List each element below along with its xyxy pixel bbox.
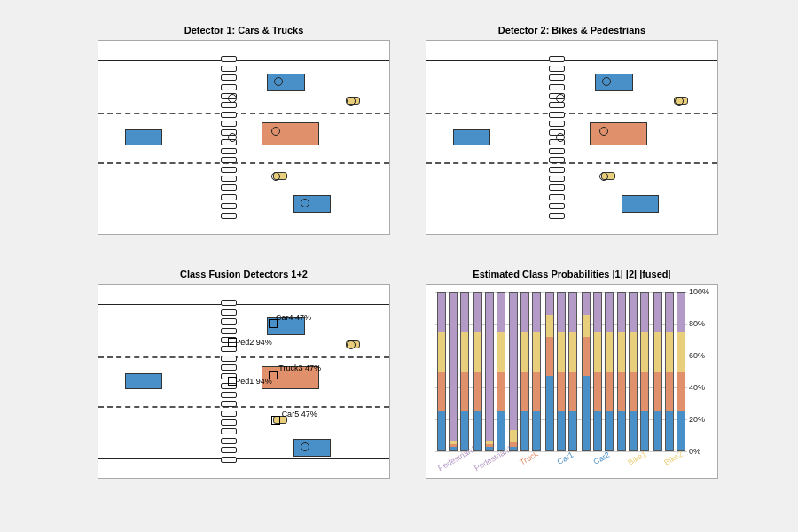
vehicle-bike: [346, 97, 360, 105]
vehicle-car: [125, 129, 163, 145]
bar-segment: [558, 372, 565, 411]
bar-segment: [654, 372, 661, 411]
bar-segment: [474, 293, 481, 332]
bar: [545, 292, 554, 451]
bar-segment: [558, 411, 565, 451]
axes-title: Estimated Class Probabilities |1| |2| |f…: [426, 269, 717, 279]
vehicle-bike: [674, 97, 688, 105]
ytick-label: 40%: [689, 383, 714, 392]
bar-segment: [677, 411, 685, 451]
bar-segment: [666, 372, 673, 411]
bar-segment: [654, 293, 661, 332]
fusion-label: Ped1 94%: [235, 377, 272, 386]
bar-segment: [641, 332, 648, 372]
bar: [473, 292, 482, 451]
bar: [640, 292, 649, 451]
vehicle-car: [595, 74, 633, 91]
bar-segment: [474, 372, 481, 411]
vehicle-bike: [346, 340, 360, 348]
bar-segment: [533, 332, 540, 372]
bar: [437, 292, 446, 451]
bar-segment: [450, 447, 457, 450]
bar: [520, 292, 529, 451]
bar-plot-area: 0%20%40%60%80%100% Pedestrian1Pedestrian…: [435, 292, 687, 451]
bar-segment: [666, 332, 673, 372]
bar-segment: [630, 372, 637, 411]
bar-segment: [438, 372, 445, 411]
bar-group: Car1: [544, 292, 580, 451]
bar-segment: [630, 332, 637, 372]
bar-segment: [521, 411, 528, 451]
bar-segment: [618, 293, 625, 332]
ytick-label: 0%: [689, 447, 714, 456]
bar-segment: [594, 332, 601, 372]
bar-segment: [618, 411, 625, 451]
fusion-marker-icon: [271, 416, 280, 425]
bar-segment: [461, 293, 468, 332]
bar-segment: [569, 293, 576, 332]
bar-segment: [438, 293, 445, 332]
bar: [582, 292, 591, 451]
vehicle-bike: [273, 172, 287, 180]
xtick-label: Car1: [556, 450, 575, 466]
bar-segment: [558, 293, 565, 332]
axes-title: Detector 2: Bikes & Pedestrians: [426, 25, 717, 35]
bar: [665, 292, 674, 451]
bar-segment: [461, 332, 468, 372]
bar: [629, 292, 638, 451]
bar-segment: [521, 293, 528, 332]
bar-segment: [461, 411, 468, 451]
bar-segment: [594, 372, 601, 411]
bar-segment: [450, 293, 457, 441]
bar-segment: [533, 411, 540, 451]
bar: [532, 292, 541, 451]
axes-class-probs: Estimated Class Probabilities |1| |2| |f…: [426, 284, 718, 479]
ytick-label: 20%: [689, 415, 714, 424]
bar-segment: [474, 332, 481, 372]
fusion-label: Car4 47%: [276, 313, 311, 322]
bar: [568, 292, 577, 451]
ytick-label: 80%: [689, 319, 714, 328]
bar-segment: [583, 315, 590, 337]
bar-segment: [497, 372, 505, 411]
bar-group: Pedestrian1: [435, 292, 472, 451]
bar-segment: [618, 332, 625, 372]
xtick-label: Car2: [591, 450, 611, 466]
bar-segment: [641, 372, 648, 411]
bar-segment: [546, 315, 553, 337]
axes-detector-1: Detector 1: Cars & Trucks: [98, 40, 390, 235]
fusion-marker-icon: [269, 371, 278, 379]
bar-group: Pedestrian2: [472, 292, 508, 451]
bar-segment: [438, 411, 445, 451]
vehicle-bike: [601, 172, 615, 180]
bar-segment: [546, 376, 553, 450]
bar-segment: [474, 411, 481, 451]
bar-segment: [641, 293, 648, 332]
bar-segment: [606, 372, 613, 411]
bar-segment: [654, 332, 661, 372]
bar-segment: [666, 293, 673, 332]
bar-segment: [438, 332, 445, 372]
bar-segment: [594, 411, 601, 451]
bar-segment: [521, 372, 528, 411]
bar-groups: Pedestrian1Pedestrian2TruckCar1Car2Bike1…: [435, 292, 687, 451]
bar-segment: [497, 293, 505, 332]
bar-segment: [546, 293, 553, 315]
bar-segment: [569, 411, 576, 451]
bar-segment: [594, 293, 601, 332]
vehicle-car: [293, 439, 332, 457]
axes-fusion: Class Fusion Detectors 1+2 Ped2 94% Ped1…: [98, 284, 390, 479]
bar-segment: [606, 293, 613, 332]
bar-segment: [677, 332, 685, 372]
bar: [449, 292, 458, 451]
bar-segment: [641, 411, 648, 451]
vehicle-car: [622, 195, 660, 213]
bar-segment: [677, 372, 685, 411]
bar: [557, 292, 566, 451]
bar-segment: [606, 411, 613, 451]
crosswalk-icon: [549, 56, 565, 218]
fusion-label: Ped2 94%: [235, 338, 272, 347]
vehicle-car: [125, 373, 163, 388]
bar-group: Car2: [579, 292, 615, 451]
bar-group: Bike1: [615, 292, 652, 451]
